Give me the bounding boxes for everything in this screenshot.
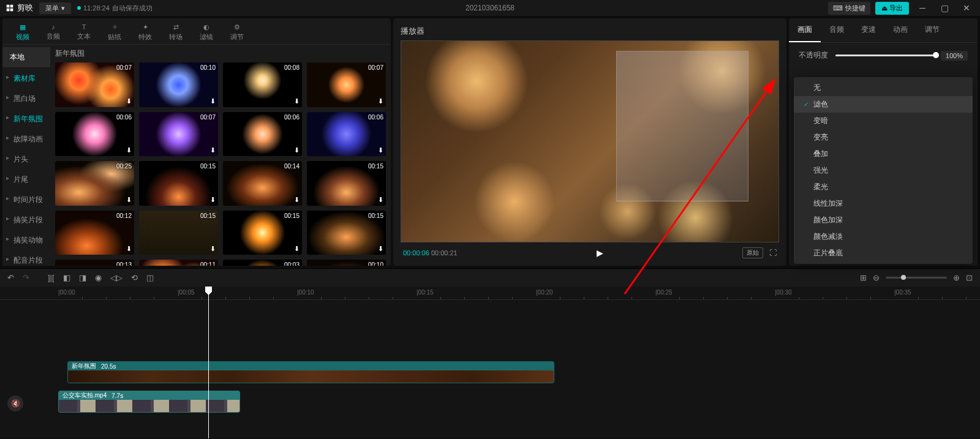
download-icon[interactable]: ⬇ xyxy=(378,245,383,253)
blend-option-9[interactable]: 颜色减淡 xyxy=(794,228,973,245)
download-icon[interactable]: ⬇ xyxy=(294,97,300,105)
media-tab-4[interactable]: ✦特效 xyxy=(130,21,160,44)
timeline-ruler[interactable]: |00:00|00:05|00:10|00:15|00:20|00:25|00:… xyxy=(0,287,980,300)
shortcuts-button[interactable]: ⌨ 快捷键 xyxy=(828,2,870,15)
split-button[interactable]: ]|[ xyxy=(48,273,55,282)
redo-button[interactable]: ↷ xyxy=(23,273,29,282)
blend-option-10[interactable]: 正片叠底 xyxy=(794,245,973,261)
gallery-clip-11[interactable]: 00:15⬇ xyxy=(307,161,386,206)
minimize-button[interactable]: ─ xyxy=(914,3,931,13)
property-tab-2[interactable]: 变速 xyxy=(853,18,884,42)
sidebar-item-4[interactable]: 片头 xyxy=(2,149,50,170)
download-icon[interactable]: ⬇ xyxy=(378,97,383,105)
blend-option-3[interactable]: 变亮 xyxy=(794,129,973,146)
blend-option-0[interactable]: 无 xyxy=(794,80,973,96)
zoom-fit-button[interactable]: ⊡ xyxy=(966,273,973,282)
aspect-ratio-button[interactable]: 原始 xyxy=(742,247,763,258)
sidebar-section-local[interactable]: 本地 xyxy=(2,47,50,67)
menu-button[interactable]: 菜单 ▾ xyxy=(39,2,71,14)
delete-left-button[interactable]: ◧ xyxy=(63,273,70,282)
gallery-clip-6[interactable]: 00:06⬇ xyxy=(223,112,302,157)
sidebar-item-8[interactable]: 搞笑动物 xyxy=(2,230,50,250)
media-tab-3[interactable]: ✧贴纸 xyxy=(99,21,130,44)
gallery-clip-13[interactable]: 00:15⬇ xyxy=(139,211,218,255)
sidebar-item-7[interactable]: 搞笑片段 xyxy=(2,210,50,230)
media-tab-2[interactable]: T文本 xyxy=(69,21,99,44)
export-button[interactable]: ⏏ 导出 xyxy=(875,2,909,15)
gallery-clip-8[interactable]: 00:25⬇ xyxy=(55,161,134,206)
blend-option-1[interactable]: ✓滤色 xyxy=(794,96,973,113)
gallery-clip-3[interactable]: 00:07⬇ xyxy=(307,62,386,107)
blend-option-8[interactable]: 颜色加深 xyxy=(794,212,973,228)
gallery-clip-18[interactable]: 00:03⬇ xyxy=(223,260,302,266)
rotate-button[interactable]: ⟲ xyxy=(131,273,138,282)
blend-option-4[interactable]: 叠加 xyxy=(794,146,973,162)
blend-option-6[interactable]: 柔光 xyxy=(794,179,973,195)
download-icon[interactable]: ⬇ xyxy=(126,146,132,154)
timeline-clip-overlay[interactable]: 新年氛围 20.5s xyxy=(67,361,554,383)
play-button[interactable]: ▶ xyxy=(597,248,603,258)
gallery-clip-1[interactable]: 00:10⬇ xyxy=(139,62,218,107)
blend-mode-dropdown[interactable]: 无✓滤色变暗变亮叠加强光柔光线性加深颜色加深颜色减淡正片叠底 xyxy=(794,77,973,264)
crop-button[interactable]: ◫ xyxy=(146,273,154,282)
sidebar-item-0[interactable]: 素材库 xyxy=(2,69,50,89)
zoom-in-button[interactable]: ⊕ xyxy=(953,273,960,282)
timeline[interactable]: |00:00|00:05|00:10|00:15|00:20|00:25|00:… xyxy=(0,287,980,438)
sidebar-item-1[interactable]: 黑白场 xyxy=(2,89,50,109)
download-icon[interactable]: ⬇ xyxy=(210,146,216,154)
download-icon[interactable]: ⬇ xyxy=(378,196,383,204)
download-icon[interactable]: ⬇ xyxy=(126,196,132,204)
download-icon[interactable]: ⬇ xyxy=(210,97,216,105)
undo-button[interactable]: ↶ xyxy=(7,273,14,282)
download-icon[interactable]: ⬇ xyxy=(126,245,132,253)
sidebar-item-3[interactable]: 故障动画 xyxy=(2,129,50,149)
track-mute-button[interactable]: 🔇 xyxy=(7,396,23,411)
gallery-clip-0[interactable]: 00:07⬇ xyxy=(55,62,134,107)
gallery-clip-4[interactable]: 00:06⬇ xyxy=(55,112,134,157)
blend-option-7[interactable]: 线性加深 xyxy=(794,195,973,212)
video-track-2[interactable]: 新年氛围 20.5s xyxy=(0,361,980,387)
media-tab-1[interactable]: ♪音频 xyxy=(38,21,69,44)
gallery-clip-19[interactable]: 00:10⬇ xyxy=(307,260,386,266)
property-tab-0[interactable]: 画面 xyxy=(789,18,821,42)
property-tab-3[interactable]: 动画 xyxy=(884,18,916,42)
gallery-clip-12[interactable]: 00:12⬇ xyxy=(55,211,134,255)
download-icon[interactable]: ⬇ xyxy=(210,245,216,253)
blend-option-5[interactable]: 强光 xyxy=(794,162,973,179)
sidebar-item-5[interactable]: 片尾 xyxy=(2,170,50,190)
gallery-clip-5[interactable]: 00:07⬇ xyxy=(139,112,218,157)
media-tab-0[interactable]: ▦视频 xyxy=(7,21,38,44)
video-track-1[interactable]: 🔇 公交车实拍.mp4 7.7s xyxy=(0,391,980,416)
sidebar-item-2[interactable]: 新年氛围 xyxy=(2,109,50,129)
property-tab-1[interactable]: 音频 xyxy=(821,18,853,42)
mirror-button[interactable]: ◁▷ xyxy=(110,273,123,282)
download-icon[interactable]: ⬇ xyxy=(294,245,300,253)
sidebar-item-6[interactable]: 时间片段 xyxy=(2,190,50,210)
gallery-clip-17[interactable]: 00:11⬇ xyxy=(139,260,218,266)
download-icon[interactable]: ⬇ xyxy=(294,196,300,204)
delete-right-button[interactable]: ◨ xyxy=(79,273,86,282)
gallery-clip-2[interactable]: 00:08⬇ xyxy=(223,62,302,107)
blend-option-2[interactable]: 变暗 xyxy=(794,113,973,129)
playhead[interactable] xyxy=(208,287,209,438)
maximize-button[interactable]: ▢ xyxy=(936,3,953,13)
track-adjust-button[interactable]: ⊞ xyxy=(860,273,867,282)
freeze-button[interactable]: ◉ xyxy=(95,273,102,282)
media-tab-5[interactable]: ⇄转场 xyxy=(160,21,191,44)
zoom-slider[interactable] xyxy=(886,277,947,279)
fullscreen-button[interactable]: ⛶ xyxy=(769,249,777,257)
close-button[interactable]: ✕ xyxy=(958,3,975,13)
gallery-clip-14[interactable]: 00:15⬇ xyxy=(223,211,302,255)
timeline-clip-main[interactable]: 公交车实拍.mp4 7.7s xyxy=(58,391,240,413)
download-icon[interactable]: ⬇ xyxy=(378,146,383,154)
zoom-out-button[interactable]: ⊖ xyxy=(873,273,880,282)
property-tab-4[interactable]: 调节 xyxy=(916,18,948,42)
gallery-clip-16[interactable]: 00:13⬇ xyxy=(55,260,134,266)
gallery-clip-7[interactable]: 00:06⬇ xyxy=(307,112,386,157)
sidebar-item-9[interactable]: 配音片段 xyxy=(2,250,50,266)
gallery-clip-9[interactable]: 00:15⬇ xyxy=(139,161,218,206)
download-icon[interactable]: ⬇ xyxy=(126,97,132,105)
opacity-slider[interactable] xyxy=(835,54,936,56)
gallery-clip-10[interactable]: 00:14⬇ xyxy=(223,161,302,206)
download-icon[interactable]: ⬇ xyxy=(210,196,216,204)
